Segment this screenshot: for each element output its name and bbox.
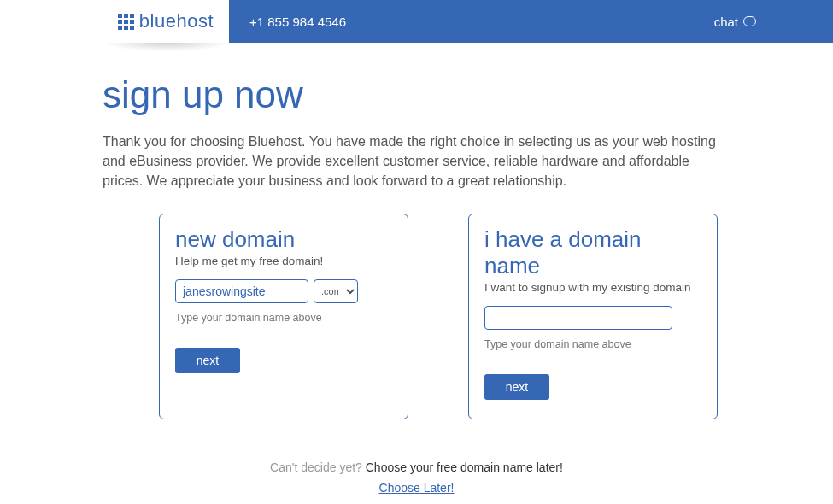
bluehost-logo[interactable]: bluehost — [118, 10, 214, 32]
footer-lead: Can't decide yet? — [270, 460, 366, 474]
chat-label: chat — [714, 15, 738, 29]
existing-domain-next-button[interactable]: next — [484, 374, 549, 400]
choose-later-link[interactable]: Choose Later! — [379, 481, 455, 495]
new-domain-input-row: .com — [175, 279, 392, 303]
domain-panels: new domain Help me get my free domain! .… — [103, 214, 730, 419]
footer-emph: Choose your free domain name later! — [366, 460, 563, 474]
tld-select[interactable]: .com — [314, 279, 358, 303]
chat-icon — [743, 16, 756, 26]
footer: Can't decide yet? Choose your free domai… — [103, 460, 730, 495]
phone-number: +1 855 984 4546 — [249, 15, 346, 29]
existing-domain-panel: i have a domain name I want to signup wi… — [468, 214, 718, 419]
new-domain-next-button[interactable]: next — [175, 348, 240, 373]
existing-domain-heading: i have a domain name — [484, 226, 701, 279]
existing-domain-helper: Type your domain name above — [484, 338, 701, 350]
top-bar: bluehost +1 855 984 4546 chat — [0, 0, 833, 43]
main-content: sign up now Thank you for choosing Blueh… — [0, 43, 833, 495]
brand-name: bluehost — [139, 10, 214, 32]
existing-domain-sub: I want to signup with my existing domain — [484, 281, 701, 294]
page-title: sign up now — [103, 73, 730, 116]
chat-button[interactable]: chat — [714, 15, 756, 29]
existing-domain-input[interactable] — [484, 306, 672, 330]
existing-domain-input-row — [484, 306, 701, 330]
logo-grid-icon — [118, 14, 134, 30]
logo-container: bluehost — [0, 0, 229, 43]
new-domain-panel: new domain Help me get my free domain! .… — [159, 214, 408, 419]
new-domain-input[interactable] — [175, 279, 308, 303]
new-domain-sub: Help me get my free domain! — [175, 255, 392, 267]
intro-text: Thank you for choosing Bluehost. You hav… — [103, 132, 730, 191]
new-domain-helper: Type your domain name above — [175, 312, 392, 324]
footer-text: Can't decide yet? Choose your free domai… — [103, 460, 730, 474]
new-domain-heading: new domain — [175, 226, 392, 253]
